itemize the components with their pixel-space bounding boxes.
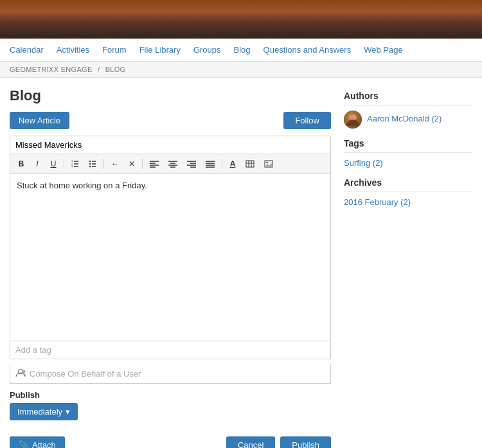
article-title-input[interactable] <box>10 136 331 154</box>
nav-activities[interactable]: Activities <box>57 45 89 55</box>
editor-toolbar: B I U 123 ← ✕ <box>10 154 331 174</box>
publish-immediately-button[interactable]: Immediately ▾ <box>10 403 78 420</box>
nav-calendar[interactable]: Calendar <box>10 45 44 55</box>
right-buttons: Cancel Publish <box>226 436 331 448</box>
svg-rect-28 <box>246 161 254 167</box>
author-row: Aaron McDonald (2) <box>344 111 472 129</box>
toolbar-justify-button[interactable] <box>202 157 219 171</box>
breadcrumb-site: GEOMETRIXX ENGAGE <box>10 66 93 73</box>
publish-button[interactable]: Publish <box>280 436 331 448</box>
toolbar-bold-button[interactable]: B <box>14 157 28 171</box>
nav-groups[interactable]: Groups <box>193 45 221 55</box>
toolbar-ol-button[interactable]: 123 <box>67 157 83 171</box>
compose-behalf-icon <box>15 368 26 379</box>
svg-point-6 <box>89 161 91 162</box>
new-article-button[interactable]: New Article <box>10 112 69 129</box>
content-area: Blog New Article Follow B I U 123 ← ✕ <box>10 87 331 448</box>
toolbar-separator-3 <box>142 159 143 169</box>
toolbar-italic-button[interactable]: I <box>30 157 44 171</box>
svg-point-8 <box>89 166 91 167</box>
tags-title: Tags <box>344 138 472 153</box>
breadcrumb-separator: / <box>98 66 100 73</box>
attach-label: Attach <box>32 440 56 448</box>
immediately-label: Immediately <box>17 407 62 417</box>
nav-qa[interactable]: Questions and Answers <box>263 45 352 55</box>
nav-forum[interactable]: Forum <box>102 45 127 55</box>
svg-text:3: 3 <box>71 165 73 168</box>
breadcrumb-page: BLOG <box>105 66 126 73</box>
toolbar-underline-button[interactable]: U <box>46 157 60 171</box>
compose-behalf-field[interactable]: Compose On Behalf of a User <box>10 364 331 384</box>
page-title: Blog <box>10 87 331 104</box>
toolbar-fontcolor-button[interactable]: A <box>226 157 240 171</box>
breadcrumb: GEOMETRIXX ENGAGE / BLOG <box>0 62 482 78</box>
toolbar-align-left-button[interactable] <box>146 157 163 171</box>
editor-content[interactable]: Stuck at home working on a Friday. <box>10 174 331 341</box>
sidebar-archives-section: Archives 2016 February (2) <box>344 177 472 207</box>
toolbar-outdent-button[interactable]: ← <box>107 157 123 171</box>
svg-point-7 <box>89 163 91 165</box>
svg-point-33 <box>266 162 267 163</box>
toolbar-table-button[interactable] <box>242 157 258 171</box>
toolbar-row: New Article Follow <box>10 112 331 129</box>
nav-blog[interactable]: Blog <box>234 45 251 55</box>
hero-banner <box>0 0 482 39</box>
sidebar: Authors Aaron McDonald (2) Tags Surfing … <box>344 87 472 448</box>
authors-title: Authors <box>344 91 472 105</box>
author-link[interactable]: Aaron McDonald (2) <box>367 114 442 123</box>
dropdown-icon: ▾ <box>66 407 70 417</box>
tag-input[interactable] <box>10 341 331 359</box>
attach-icon: 📎 <box>19 440 29 448</box>
toolbar-separator-1 <box>64 159 64 169</box>
compose-behalf-label: Compose On Behalf of a User <box>30 369 141 379</box>
svg-point-35 <box>22 370 26 373</box>
toolbar-align-right-button[interactable] <box>183 157 200 171</box>
attach-button[interactable]: 📎 Attach <box>10 436 65 448</box>
publish-section: Publish Immediately ▾ <box>10 390 331 420</box>
archives-title: Archives <box>344 177 472 192</box>
toolbar-image-button[interactable] <box>260 157 277 171</box>
sidebar-tags-section: Tags Surfing (2) <box>344 138 472 168</box>
follow-button[interactable]: Follow <box>283 112 331 129</box>
bottom-buttons: 📎 Attach Cancel Publish <box>10 430 331 448</box>
cancel-button[interactable]: Cancel <box>226 436 275 448</box>
tag-surfing-link[interactable]: Surfing (2) <box>344 158 472 168</box>
sidebar-authors-section: Authors Aaron McDonald (2) <box>344 91 472 129</box>
archive-2016-feb-link[interactable]: 2016 February (2) <box>344 197 472 207</box>
publish-label: Publish <box>10 390 331 400</box>
toolbar-removeformat-button[interactable]: ✕ <box>125 157 139 171</box>
nav-webpage[interactable]: Web Page <box>364 45 402 55</box>
toolbar-separator-4 <box>222 159 222 169</box>
top-nav: Calendar Activities Forum File Library G… <box>0 39 482 62</box>
main-container: Blog New Article Follow B I U 123 ← ✕ <box>0 78 482 448</box>
avatar <box>344 111 362 129</box>
toolbar-separator-2 <box>103 159 104 169</box>
toolbar-align-center-button[interactable] <box>165 157 181 171</box>
nav-file-library[interactable]: File Library <box>139 45 181 55</box>
toolbar-ul-button[interactable] <box>85 157 100 171</box>
